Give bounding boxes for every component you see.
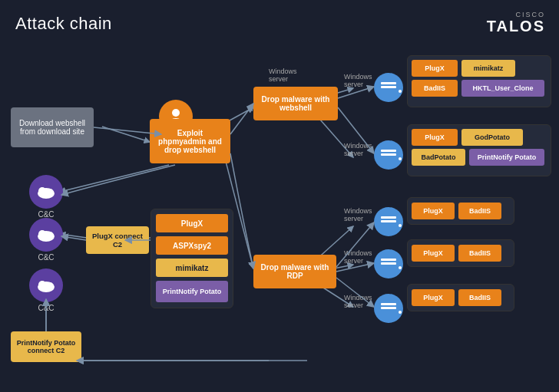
tools-container-3: PlugX BadIIS [407, 197, 514, 225]
t4-plugx: PlugX [412, 245, 455, 262]
svg-point-19 [38, 230, 46, 238]
tool-plugx: PlugX [156, 214, 228, 232]
ws-label-4: Windowsserver [344, 249, 372, 265]
t2-godpotato: GodPotato [461, 129, 523, 146]
download-webshell-node: Download webshell from download site [11, 107, 94, 147]
cc2-label: C&C [38, 253, 54, 262]
svg-point-16 [38, 187, 46, 195]
tools-container: PlugX ASPXspy2 mimikatz PrintNotify Pota… [150, 209, 233, 308]
plugx-connect-node: PlugX connect C2 [86, 226, 149, 254]
cc3-label: C&C [38, 304, 54, 312]
svg-line-8 [60, 234, 87, 238]
t5-badiis: BadIIS [458, 289, 501, 306]
t2-badpotato: BadPotato [412, 149, 465, 166]
server-3 [374, 207, 403, 236]
printnotify-connect-node: PrintNotify Potato connect C2 [11, 331, 81, 362]
ws-label-3: Windowsserver [344, 207, 372, 222]
tools-container-1: PlugX mimikatz BadIIS HKTL_User_Clone [407, 55, 551, 107]
server-2 [374, 140, 403, 170]
tool-aspxspy2: ASPXspy2 [156, 236, 228, 255]
drop-malware-rdp-node: Drop malware with RDP [253, 255, 336, 288]
tool-mimikatz: mimikatz [156, 259, 228, 277]
ws-label-1: Windowsserver [344, 73, 372, 88]
t1-badiis: BadIIS [412, 80, 458, 97]
server-5 [374, 294, 403, 323]
t4-badiis: BadIIS [458, 245, 501, 262]
svg-point-13 [172, 109, 180, 117]
svg-line-12 [60, 165, 169, 192]
tools-container-2: PlugX GodPotato BadPotato PrintNotify Po… [407, 124, 551, 176]
server-1 [374, 73, 403, 102]
t5-plugx: PlugX [412, 289, 455, 306]
t1-mimikatz: mimikatz [461, 60, 515, 77]
cisco-talos-logo: cisco TALOS [487, 11, 545, 34]
t2-plugx: PlugX [412, 129, 458, 146]
t1-plugx: PlugX [412, 60, 458, 77]
drop-malware-webshell-node: Drop malware with webshell [253, 87, 338, 120]
svg-point-20 [47, 232, 53, 238]
ws-label-5: Windowsserver [344, 294, 372, 309]
t3-badiis: BadIIS [458, 203, 501, 219]
tool-printnotify: PrintNotify Potato [156, 281, 228, 302]
svg-point-22 [38, 281, 46, 288]
cc2-icon [29, 218, 63, 252]
talos-text: TALOS [487, 18, 545, 34]
server-4 [374, 249, 403, 278]
tools-container-5: PlugX BadIIS [407, 284, 514, 311]
cc1-group: C&C [29, 175, 63, 219]
ws-label-2: Windowsserver [344, 142, 372, 157]
tools-container-4: PlugX BadIIS [407, 239, 514, 267]
svg-line-0 [102, 127, 150, 142]
cc2-group: C&C [29, 218, 63, 262]
svg-point-23 [47, 282, 53, 288]
t1-hktl: HKTL_User_Clone [461, 80, 544, 97]
ws-label-drop: Windowsserver [269, 68, 297, 83]
t3-plugx: PlugX [412, 203, 455, 219]
t2-printnotify: PrintNotify Potato [469, 149, 544, 166]
cc3-group: C&C [29, 268, 63, 312]
cc1-icon [29, 175, 63, 209]
exploit-node: Exploit phpmyadmin and drop webshell [150, 119, 230, 163]
svg-point-17 [47, 189, 53, 195]
page-title: Attack chain [15, 14, 112, 34]
cc3-icon [29, 268, 63, 302]
